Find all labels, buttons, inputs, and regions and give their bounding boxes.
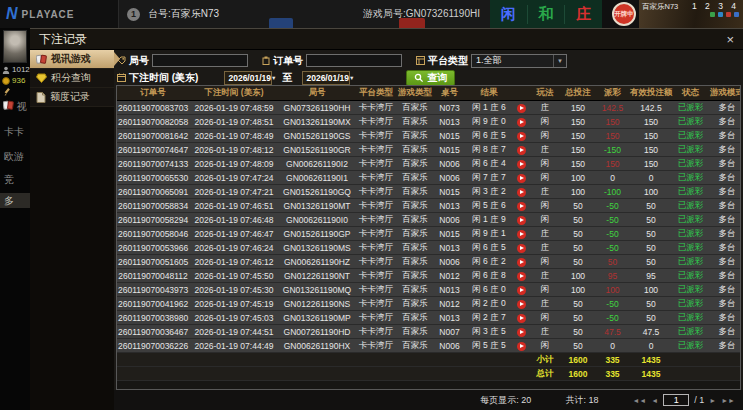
bet-option[interactable]: 闲: [490, 5, 527, 24]
lobby-nav-item[interactable]: 竞: [4, 173, 14, 187]
brand-name: PLAYACE: [22, 9, 75, 20]
platform-select[interactable]: 1.全部 ▼: [471, 54, 567, 68]
table-row: 2601190700419622026-01-19 07:45:19GN0122…: [117, 297, 741, 311]
chevron-down-icon: ▼: [553, 55, 566, 67]
calendar-icon: [117, 73, 126, 82]
filters-panel: 局号 订单号 平台类型 1.全部: [114, 50, 743, 85]
lobby-nav-item[interactable]: 视: [3, 100, 27, 114]
page-total-label: / 1: [694, 395, 704, 405]
table-label: 台号:百家乐N73: [148, 7, 219, 21]
lobby-sidebar: 1012 936 视卡卡欧游竞多: [0, 28, 30, 410]
total-count-label: 共计: 18: [565, 394, 598, 407]
replay-icon[interactable]: [517, 174, 526, 183]
table-row: 2601190700439732026-01-19 07:45:30GN0132…: [117, 283, 741, 297]
menu-item[interactable]: 积分查询: [30, 69, 114, 88]
replay-icon[interactable]: [517, 342, 526, 351]
table-footer: 每页显示: 20 共计: 18 ◄◄ ◄ / 1 ► ►►: [114, 390, 743, 410]
subtotal-row: 小计16003351435: [117, 353, 741, 367]
replay-icon[interactable]: [517, 188, 526, 197]
edit-row[interactable]: [3, 88, 11, 96]
replay-icon[interactable]: [517, 272, 526, 281]
date-from-picker[interactable]: 2026/01/19 ▼: [224, 71, 272, 85]
lobby-nav-item[interactable]: 卡卡: [4, 125, 24, 139]
column-header: 有效投注额: [629, 86, 673, 101]
table-row: 2601190700741332026-01-19 07:48:09GN0062…: [117, 157, 741, 171]
replay-icon[interactable]: [517, 118, 526, 127]
modal-title-bar: 下注记录 ×: [30, 28, 743, 50]
prev-page-icon[interactable]: ◄: [651, 397, 658, 404]
table-row: 2601190700364672026-01-19 07:44:51GN0072…: [117, 325, 741, 339]
bet-option[interactable]: 庄: [564, 5, 602, 24]
grand-total-row: 总计16003351435: [117, 367, 741, 381]
bet-records-modal: 下注记录 × 视讯游戏积分查询额度记录 局号 订单号: [30, 28, 743, 410]
modal-title: 下注记录: [39, 31, 87, 48]
replay-icon[interactable]: [517, 258, 526, 267]
screen: N PLAYACE 1 台号:百家乐N73 游戏局号:GN073261190HI…: [0, 0, 743, 410]
replay-icon[interactable]: [517, 104, 526, 113]
column-header: 总投注: [560, 86, 596, 101]
replay-icon[interactable]: [517, 132, 526, 141]
replay-icon[interactable]: [517, 160, 526, 169]
search-icon: [414, 73, 424, 83]
replay-icon[interactable]: [517, 244, 526, 253]
replay-icon[interactable]: [517, 146, 526, 155]
close-icon[interactable]: ×: [726, 33, 734, 46]
search-button[interactable]: 查询: [406, 70, 455, 86]
column-header: 派彩: [596, 86, 629, 101]
last-page-icon[interactable]: ►►: [721, 397, 735, 404]
replay-icon[interactable]: [517, 216, 526, 225]
cards-icon: [36, 54, 47, 64]
table-row: 2601190700588342026-01-19 07:46:51GN0132…: [117, 199, 741, 213]
round-filter: 局号: [117, 54, 248, 68]
table-row: 2601190700650912026-01-19 07:47:21GN0152…: [117, 185, 741, 199]
column-header: 玩法: [530, 86, 560, 101]
table-row: 2601190700746472026-01-19 07:48:12GN0152…: [117, 143, 741, 157]
order-filter: 订单号: [262, 54, 402, 68]
column-header: 游戏模式: [708, 86, 741, 101]
platform-icon: [416, 56, 425, 65]
user-icon: [2, 66, 10, 74]
menu-item-label: 积分查询: [51, 71, 91, 85]
page-input[interactable]: [663, 394, 689, 406]
gem-icon: [36, 73, 47, 83]
replay-icon[interactable]: [517, 202, 526, 211]
order-input[interactable]: [306, 54, 402, 67]
platform-filter-label: 平台类型: [428, 54, 468, 68]
column-header: [512, 86, 530, 101]
bet-option[interactable]: 和: [527, 5, 565, 24]
bet-button-fragment: [399, 18, 425, 28]
pagination: ◄◄ ◄ / 1 ► ►►: [632, 394, 735, 406]
next-page-icon[interactable]: ►: [709, 397, 716, 404]
playace-logo-icon: N: [6, 5, 18, 23]
document-icon: [36, 92, 46, 103]
date-to-picker[interactable]: 2026/01/19 ▼: [302, 71, 350, 85]
time-filter-label-group: 下注时间 (美东): [117, 71, 198, 85]
clipboard-icon: [262, 56, 270, 65]
video-thumbnail[interactable]: 百家乐N73 1 2 3 4: [639, 0, 743, 28]
lobby-nav-item[interactable]: 欧游: [4, 150, 24, 164]
table-row: 2601190700362262026-01-19 07:44:49GN0062…: [117, 339, 741, 353]
player-count-stat: 1012: [2, 65, 30, 74]
table-header-row: 订单号下注时间 (美东)局号平台类型游戏类型桌号结果玩法总投注派彩有效投注额状态…: [117, 86, 741, 101]
pencil-icon: [3, 88, 11, 96]
app-logo: N PLAYACE: [0, 0, 118, 28]
replay-icon[interactable]: [517, 286, 526, 295]
column-header: 结果: [466, 86, 512, 101]
replay-icon[interactable]: [517, 300, 526, 309]
lobby-nav-item[interactable]: 多: [0, 193, 30, 208]
replay-icon[interactable]: [517, 314, 526, 323]
gem-icon: [36, 73, 47, 83]
page-size-label: 每页显示: 20: [480, 394, 531, 407]
replay-icon[interactable]: [517, 230, 526, 239]
video-table-title: 百家乐N73: [642, 2, 678, 12]
table-row: 2601190700582942026-01-19 07:46:48GN0062…: [117, 213, 741, 227]
modal-content: 局号 订单号 平台类型 1.全部: [114, 50, 743, 410]
replay-icon[interactable]: [517, 328, 526, 337]
menu-item[interactable]: 额度记录: [30, 88, 114, 107]
first-page-icon[interactable]: ◄◄: [632, 397, 646, 404]
round-input[interactable]: [152, 54, 248, 67]
table-row: 2601190700837032026-01-19 07:48:59GN0732…: [117, 101, 741, 115]
platform-filter: 平台类型 1.全部 ▼: [416, 54, 567, 68]
column-header: 局号: [279, 86, 355, 101]
menu-item[interactable]: 视讯游戏: [30, 50, 114, 69]
